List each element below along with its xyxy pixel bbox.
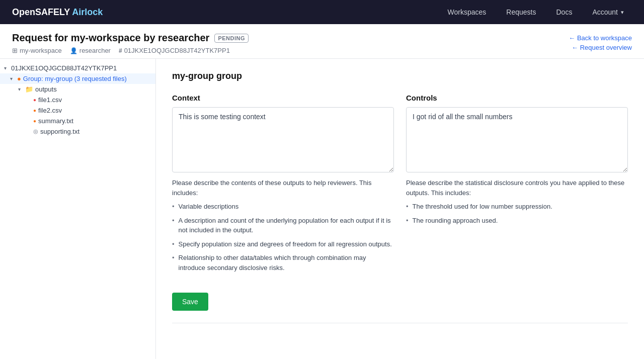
- folder-label: outputs: [35, 85, 57, 93]
- meta-workspace: ⊞ my-workspace: [12, 47, 62, 54]
- list-item: A description and count of the underlyin…: [172, 216, 394, 235]
- context-section: Context Please describe the contents of …: [172, 94, 394, 277]
- tree-file-0[interactable]: ● file1.csv: [0, 95, 155, 105]
- root-id-label: 01JKXE1OQJGCD88JT42YTK7PP1: [11, 64, 117, 72]
- brand-airlock: Airlock: [72, 7, 103, 18]
- request-overview-link[interactable]: ← Request overview: [572, 44, 632, 51]
- folder-icon: 📁: [25, 85, 33, 93]
- tree-file-3[interactable]: ◎ supporting.txt: [0, 126, 155, 137]
- controls-section: Controls Please describe the statistical…: [406, 94, 628, 277]
- sidebar: ▾ 01JKXE1OQJGCD88JT42YTK7PP1 ▾ ● Group: …: [0, 59, 156, 359]
- list-item: The threshold used for low number suppre…: [406, 202, 628, 212]
- tree-group[interactable]: ▾ ● Group: my-group (3 requested files): [0, 73, 155, 84]
- tree-folder-outputs[interactable]: ▾ 📁 outputs: [0, 84, 155, 95]
- back-to-workspace-link[interactable]: ← Back to workspace: [569, 34, 632, 42]
- context-controls-grid: Context Please describe the contents of …: [172, 94, 628, 277]
- controls-help-text: Please describe the statistical disclosu…: [406, 178, 628, 198]
- meta-request-id: # 01JKXE1OQJGCD88JT42YTK7PP1: [119, 47, 230, 54]
- nav-workspaces[interactable]: Workspaces: [440, 4, 495, 20]
- file-name-0: file1.csv: [38, 96, 62, 104]
- group-icon: ●: [17, 75, 21, 82]
- tree-file-1[interactable]: ● file2.csv: [0, 105, 155, 116]
- page-header: Request for my-workspace by researcher P…: [0, 24, 644, 59]
- context-help-text: Please describe the contents of these ou…: [172, 178, 394, 198]
- section-divider: [172, 323, 628, 323]
- nav-requests[interactable]: Requests: [498, 4, 544, 20]
- file-status-icon: ●: [33, 97, 36, 103]
- navbar: OpenSAFELY Airlock Workspaces Requests D…: [0, 0, 644, 24]
- meta-researcher: 👤 researcher: [70, 47, 111, 54]
- file-status-icon: ●: [33, 108, 36, 113]
- page-meta: ⊞ my-workspace 👤 researcher # 01JKXE1OQJ…: [12, 47, 249, 54]
- header-right: ← Back to workspace ← Request overview: [569, 32, 632, 51]
- main-layout: ▾ 01JKXE1OQJGCD88JT42YTK7PP1 ▾ ● Group: …: [0, 59, 644, 359]
- chevron-down-icon: ▾: [18, 86, 25, 92]
- controls-textarea[interactable]: [406, 107, 628, 172]
- page-title: Request for my-workspace by researcher P…: [12, 32, 249, 44]
- nav-account[interactable]: Account ▾: [584, 4, 632, 20]
- main-content: my-group group Context Please describe t…: [156, 59, 644, 359]
- controls-bullets-list: The threshold used for low number suppre…: [406, 202, 628, 225]
- file-status-icon: ●: [33, 118, 36, 124]
- list-item: Relationship to other data/tables which …: [172, 253, 394, 273]
- chevron-down-icon: ▾: [621, 9, 624, 16]
- group-label: Group: my-group (3 requested files): [23, 75, 127, 82]
- save-button[interactable]: Save: [172, 293, 208, 311]
- context-heading: Context: [172, 94, 394, 102]
- tree-root[interactable]: ▾ 01JKXE1OQJGCD88JT42YTK7PP1: [0, 63, 155, 73]
- tree-file-2[interactable]: ● summary.txt: [0, 116, 155, 126]
- context-textarea[interactable]: [172, 107, 394, 172]
- controls-heading: Controls: [406, 94, 628, 102]
- file-icon: ◎: [33, 128, 38, 135]
- list-item: The rounding approach used.: [406, 216, 628, 226]
- chevron-down-icon: ▾: [10, 76, 17, 81]
- context-bullets-list: Variable descriptions A description and …: [172, 202, 394, 273]
- hash-icon: #: [119, 47, 122, 54]
- list-item: Variable descriptions: [172, 202, 394, 212]
- list-item: Specify population size and degrees of f…: [172, 239, 394, 249]
- nav-docs[interactable]: Docs: [548, 4, 581, 20]
- nav-links: Workspaces Requests Docs Account ▾: [440, 4, 632, 20]
- header-left: Request for my-workspace by researcher P…: [12, 32, 249, 54]
- status-badge: PENDING: [214, 34, 249, 43]
- file-name-1: file2.csv: [38, 107, 62, 114]
- group-title: my-group group: [172, 71, 628, 81]
- user-icon: 👤: [70, 47, 77, 54]
- chevron-down-icon: ▾: [4, 65, 11, 71]
- file-name-2: summary.txt: [38, 117, 73, 125]
- brand-opensafely: OpenSAFELY: [12, 7, 70, 18]
- layers-icon: ⊞: [12, 47, 18, 54]
- file-name-3: supporting.txt: [40, 128, 79, 135]
- account-label: Account: [592, 8, 618, 16]
- brand-logo[interactable]: OpenSAFELY Airlock: [12, 7, 103, 18]
